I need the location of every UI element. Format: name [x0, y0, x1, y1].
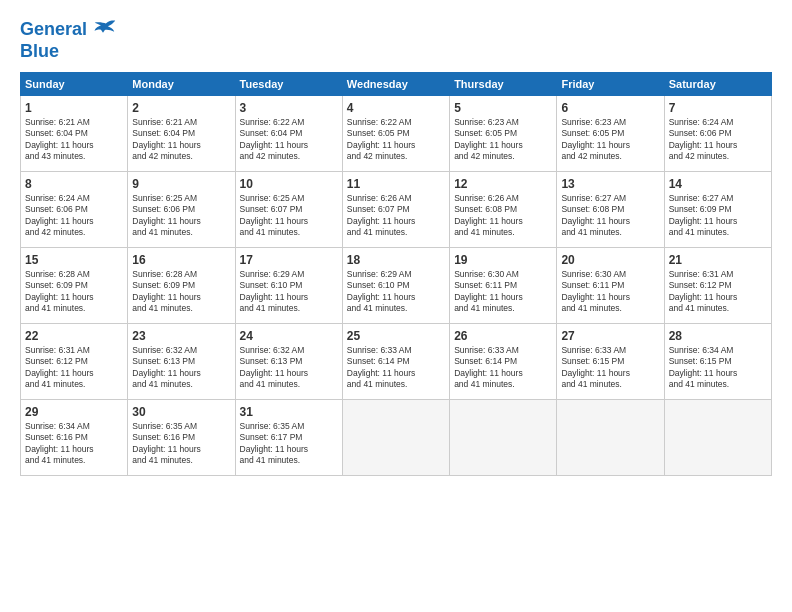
calendar-cell: 11Sunrise: 6:26 AM Sunset: 6:07 PM Dayli…	[342, 171, 449, 247]
calendar-cell	[450, 399, 557, 475]
day-number: 20	[561, 252, 659, 268]
day-info: Sunrise: 6:31 AM Sunset: 6:12 PM Dayligh…	[669, 269, 767, 315]
calendar-cell: 19Sunrise: 6:30 AM Sunset: 6:11 PM Dayli…	[450, 247, 557, 323]
day-number: 18	[347, 252, 445, 268]
calendar-cell: 29Sunrise: 6:34 AM Sunset: 6:16 PM Dayli…	[21, 399, 128, 475]
weekday-sunday: Sunday	[21, 72, 128, 95]
day-info: Sunrise: 6:32 AM Sunset: 6:13 PM Dayligh…	[132, 345, 230, 391]
logo-blue-text: Blue	[20, 42, 117, 62]
calendar-body: 1Sunrise: 6:21 AM Sunset: 6:04 PM Daylig…	[21, 95, 772, 475]
day-number: 13	[561, 176, 659, 192]
calendar-cell: 9Sunrise: 6:25 AM Sunset: 6:06 PM Daylig…	[128, 171, 235, 247]
day-number: 30	[132, 404, 230, 420]
weekday-tuesday: Tuesday	[235, 72, 342, 95]
calendar-table: SundayMondayTuesdayWednesdayThursdayFrid…	[20, 72, 772, 476]
day-info: Sunrise: 6:25 AM Sunset: 6:07 PM Dayligh…	[240, 193, 338, 239]
day-info: Sunrise: 6:31 AM Sunset: 6:12 PM Dayligh…	[25, 345, 123, 391]
day-info: Sunrise: 6:21 AM Sunset: 6:04 PM Dayligh…	[25, 117, 123, 163]
day-info: Sunrise: 6:25 AM Sunset: 6:06 PM Dayligh…	[132, 193, 230, 239]
calendar-cell: 21Sunrise: 6:31 AM Sunset: 6:12 PM Dayli…	[664, 247, 771, 323]
day-number: 17	[240, 252, 338, 268]
calendar-cell: 8Sunrise: 6:24 AM Sunset: 6:06 PM Daylig…	[21, 171, 128, 247]
page: General Blue SundayMondayTuesdayWednesda…	[0, 0, 792, 612]
day-info: Sunrise: 6:30 AM Sunset: 6:11 PM Dayligh…	[561, 269, 659, 315]
calendar-cell: 5Sunrise: 6:23 AM Sunset: 6:05 PM Daylig…	[450, 95, 557, 171]
day-number: 12	[454, 176, 552, 192]
calendar-cell: 12Sunrise: 6:26 AM Sunset: 6:08 PM Dayli…	[450, 171, 557, 247]
day-number: 29	[25, 404, 123, 420]
calendar-cell: 23Sunrise: 6:32 AM Sunset: 6:13 PM Dayli…	[128, 323, 235, 399]
calendar-cell: 28Sunrise: 6:34 AM Sunset: 6:15 PM Dayli…	[664, 323, 771, 399]
day-info: Sunrise: 6:24 AM Sunset: 6:06 PM Dayligh…	[25, 193, 123, 239]
calendar-cell: 27Sunrise: 6:33 AM Sunset: 6:15 PM Dayli…	[557, 323, 664, 399]
day-number: 8	[25, 176, 123, 192]
day-info: Sunrise: 6:34 AM Sunset: 6:16 PM Dayligh…	[25, 421, 123, 467]
day-number: 19	[454, 252, 552, 268]
logo: General Blue	[20, 16, 117, 62]
day-info: Sunrise: 6:29 AM Sunset: 6:10 PM Dayligh…	[240, 269, 338, 315]
day-number: 21	[669, 252, 767, 268]
day-info: Sunrise: 6:23 AM Sunset: 6:05 PM Dayligh…	[454, 117, 552, 163]
day-info: Sunrise: 6:23 AM Sunset: 6:05 PM Dayligh…	[561, 117, 659, 163]
calendar-cell: 25Sunrise: 6:33 AM Sunset: 6:14 PM Dayli…	[342, 323, 449, 399]
calendar-cell: 31Sunrise: 6:35 AM Sunset: 6:17 PM Dayli…	[235, 399, 342, 475]
day-info: Sunrise: 6:26 AM Sunset: 6:07 PM Dayligh…	[347, 193, 445, 239]
weekday-monday: Monday	[128, 72, 235, 95]
day-info: Sunrise: 6:29 AM Sunset: 6:10 PM Dayligh…	[347, 269, 445, 315]
calendar-cell: 24Sunrise: 6:32 AM Sunset: 6:13 PM Dayli…	[235, 323, 342, 399]
day-number: 16	[132, 252, 230, 268]
day-number: 4	[347, 100, 445, 116]
day-number: 24	[240, 328, 338, 344]
day-number: 22	[25, 328, 123, 344]
calendar-week-4: 22Sunrise: 6:31 AM Sunset: 6:12 PM Dayli…	[21, 323, 772, 399]
day-number: 25	[347, 328, 445, 344]
calendar-cell: 13Sunrise: 6:27 AM Sunset: 6:08 PM Dayli…	[557, 171, 664, 247]
day-number: 1	[25, 100, 123, 116]
day-number: 9	[132, 176, 230, 192]
bird-icon	[89, 16, 117, 44]
day-info: Sunrise: 6:26 AM Sunset: 6:08 PM Dayligh…	[454, 193, 552, 239]
weekday-thursday: Thursday	[450, 72, 557, 95]
day-number: 11	[347, 176, 445, 192]
day-number: 28	[669, 328, 767, 344]
calendar-cell: 26Sunrise: 6:33 AM Sunset: 6:14 PM Dayli…	[450, 323, 557, 399]
weekday-wednesday: Wednesday	[342, 72, 449, 95]
day-info: Sunrise: 6:22 AM Sunset: 6:04 PM Dayligh…	[240, 117, 338, 163]
logo-text: General	[20, 20, 87, 40]
calendar-cell: 15Sunrise: 6:28 AM Sunset: 6:09 PM Dayli…	[21, 247, 128, 323]
calendar-cell: 6Sunrise: 6:23 AM Sunset: 6:05 PM Daylig…	[557, 95, 664, 171]
day-info: Sunrise: 6:30 AM Sunset: 6:11 PM Dayligh…	[454, 269, 552, 315]
calendar-cell: 10Sunrise: 6:25 AM Sunset: 6:07 PM Dayli…	[235, 171, 342, 247]
calendar-cell: 14Sunrise: 6:27 AM Sunset: 6:09 PM Dayli…	[664, 171, 771, 247]
day-number: 2	[132, 100, 230, 116]
day-number: 5	[454, 100, 552, 116]
day-info: Sunrise: 6:32 AM Sunset: 6:13 PM Dayligh…	[240, 345, 338, 391]
day-info: Sunrise: 6:33 AM Sunset: 6:15 PM Dayligh…	[561, 345, 659, 391]
calendar-cell	[664, 399, 771, 475]
day-info: Sunrise: 6:22 AM Sunset: 6:05 PM Dayligh…	[347, 117, 445, 163]
day-number: 27	[561, 328, 659, 344]
calendar-week-1: 1Sunrise: 6:21 AM Sunset: 6:04 PM Daylig…	[21, 95, 772, 171]
day-info: Sunrise: 6:34 AM Sunset: 6:15 PM Dayligh…	[669, 345, 767, 391]
calendar-cell	[557, 399, 664, 475]
calendar-week-2: 8Sunrise: 6:24 AM Sunset: 6:06 PM Daylig…	[21, 171, 772, 247]
calendar-cell: 20Sunrise: 6:30 AM Sunset: 6:11 PM Dayli…	[557, 247, 664, 323]
calendar-cell: 22Sunrise: 6:31 AM Sunset: 6:12 PM Dayli…	[21, 323, 128, 399]
calendar-cell: 7Sunrise: 6:24 AM Sunset: 6:06 PM Daylig…	[664, 95, 771, 171]
day-info: Sunrise: 6:28 AM Sunset: 6:09 PM Dayligh…	[132, 269, 230, 315]
calendar-cell	[342, 399, 449, 475]
day-number: 10	[240, 176, 338, 192]
day-info: Sunrise: 6:33 AM Sunset: 6:14 PM Dayligh…	[347, 345, 445, 391]
calendar-week-3: 15Sunrise: 6:28 AM Sunset: 6:09 PM Dayli…	[21, 247, 772, 323]
calendar-cell: 4Sunrise: 6:22 AM Sunset: 6:05 PM Daylig…	[342, 95, 449, 171]
day-number: 31	[240, 404, 338, 420]
day-number: 3	[240, 100, 338, 116]
day-info: Sunrise: 6:21 AM Sunset: 6:04 PM Dayligh…	[132, 117, 230, 163]
weekday-friday: Friday	[557, 72, 664, 95]
calendar-week-5: 29Sunrise: 6:34 AM Sunset: 6:16 PM Dayli…	[21, 399, 772, 475]
day-info: Sunrise: 6:27 AM Sunset: 6:09 PM Dayligh…	[669, 193, 767, 239]
day-number: 6	[561, 100, 659, 116]
day-number: 26	[454, 328, 552, 344]
day-info: Sunrise: 6:35 AM Sunset: 6:16 PM Dayligh…	[132, 421, 230, 467]
day-info: Sunrise: 6:28 AM Sunset: 6:09 PM Dayligh…	[25, 269, 123, 315]
